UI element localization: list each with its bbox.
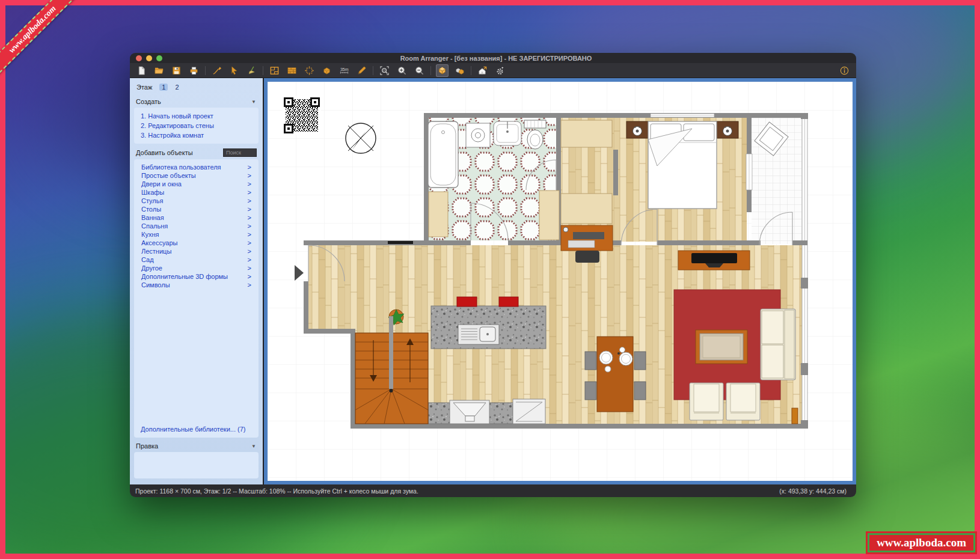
category-item[interactable]: Кухня > (139, 230, 254, 239)
create-step-link[interactable]: 3. Настройка комнат (139, 130, 254, 140)
export-model-icon[interactable] (476, 64, 489, 77)
clean-icon[interactable] (245, 64, 258, 77)
object-categories-panel: Библиотека пользователя > Простые объект… (134, 159, 259, 438)
select-icon[interactable] (228, 64, 240, 77)
chevron-right-icon: > (248, 281, 251, 289)
category-label: Двери и окна (141, 180, 182, 188)
zoom-selection-icon[interactable] (378, 64, 391, 77)
category-item[interactable]: Ванная > (139, 213, 254, 222)
paint-icon[interactable] (210, 64, 223, 77)
edit-section-title: Правка (136, 442, 158, 450)
floor-plan (268, 82, 853, 481)
status-cursor-coordinates: (x: 493,38 y: 444,23 см) (779, 487, 847, 495)
category-item[interactable]: Сад > (139, 255, 254, 264)
toolbar-separator (263, 66, 263, 75)
radiator[interactable] (792, 408, 798, 424)
dining-table[interactable] (597, 337, 633, 412)
bathroom-sink[interactable] (494, 121, 521, 145)
measure-icon[interactable]: 35m (338, 64, 351, 77)
category-item[interactable]: Столы > (139, 205, 254, 213)
fridge[interactable] (513, 399, 545, 424)
kitchen-counter[interactable] (428, 400, 513, 424)
floor-tab-2[interactable]: 2 (173, 84, 181, 91)
category-item[interactable]: Двери и окна > (139, 180, 254, 188)
walls-icon[interactable] (286, 64, 298, 77)
category-item[interactable]: Спальня > (139, 222, 254, 230)
zoom-button[interactable] (156, 55, 162, 61)
new-project-icon[interactable] (135, 64, 148, 77)
compass-object[interactable] (346, 123, 376, 153)
category-label: Другое (141, 264, 162, 272)
create-panel: 1. Начать новый проект2. Редактировать с… (134, 108, 259, 144)
create-section-title: Создать (136, 98, 161, 105)
floor-plan-icon[interactable] (268, 64, 281, 77)
draw-icon[interactable] (355, 64, 368, 77)
category-label: Стулья (141, 197, 163, 204)
open-icon[interactable] (153, 64, 165, 77)
move-object-icon[interactable] (303, 64, 316, 77)
category-label: Столы (141, 206, 161, 213)
nightstand-right[interactable] (717, 121, 738, 138)
edit-section-header[interactable]: Правка ▼ (134, 440, 259, 452)
category-label: Простые объекты (141, 172, 196, 179)
chevron-down-icon[interactable]: ▼ (251, 99, 256, 105)
add-objects-title: Добавить объекты (136, 149, 193, 156)
category-item[interactable]: Дополнительные 3D формы > (139, 272, 254, 281)
quick-settings-icon[interactable] (494, 64, 506, 77)
rotate-object-icon[interactable] (320, 64, 333, 77)
category-label: Сад (141, 256, 154, 263)
create-step-link[interactable]: 1. Начать новый проект (139, 111, 254, 121)
info-icon[interactable] (838, 64, 851, 77)
chevron-right-icon: > (248, 163, 251, 171)
floor-tab-1[interactable]: 1 (159, 84, 168, 91)
category-label: Лестницы (141, 248, 171, 255)
category-label: Ванная (141, 214, 164, 221)
drawing-canvas[interactable] (268, 82, 853, 481)
minimize-button[interactable] (146, 55, 152, 61)
bathtub[interactable] (428, 121, 458, 188)
washing-machine[interactable] (466, 123, 490, 147)
category-item[interactable]: Аксессуары > (139, 239, 254, 247)
more-libraries-link[interactable]: Дополнительные библиотеки... (7) (139, 423, 254, 434)
nightstand-left[interactable] (626, 121, 648, 138)
toolbar-separator (373, 66, 373, 75)
sofa[interactable] (761, 309, 795, 380)
copy-3d-icon[interactable] (453, 64, 466, 77)
save-icon[interactable] (170, 64, 183, 77)
traffic-lights (130, 55, 162, 61)
zoom-in-icon[interactable] (396, 64, 408, 77)
tv-stand[interactable] (678, 251, 750, 270)
category-item[interactable]: Простые объекты > (139, 171, 254, 180)
category-label: Аксессуары (141, 239, 177, 246)
kitchen-island[interactable] (431, 306, 546, 349)
category-item[interactable]: Другое > (139, 264, 254, 272)
chevron-down-icon[interactable]: ▼ (251, 444, 256, 449)
view-3d-icon[interactable] (436, 64, 449, 77)
canvas-area (264, 78, 856, 484)
double-bed[interactable] (648, 121, 717, 209)
coffee-table[interactable] (696, 330, 747, 364)
chevron-right-icon: > (248, 180, 251, 188)
category-item[interactable]: Шкафы > (139, 188, 254, 197)
close-button[interactable] (136, 55, 142, 61)
titlebar[interactable]: Room Arranger - [без названия] - НЕ ЗАРЕ… (130, 53, 856, 63)
create-section-header[interactable]: Создать ▼ (134, 96, 259, 108)
category-item[interactable]: Стулья > (139, 197, 254, 205)
create-step-link[interactable]: 2. Редактировать стены (139, 121, 254, 130)
chevron-right-icon: > (248, 273, 251, 280)
category-label: Библиотека пользователя (141, 163, 221, 171)
qr-code-object[interactable] (283, 96, 321, 135)
category-item[interactable]: Библиотека пользователя > (139, 163, 254, 171)
print-icon[interactable] (188, 64, 200, 77)
object-search-input[interactable] (223, 148, 257, 157)
add-objects-header: Добавить объекты (134, 146, 259, 159)
object-categories: Библиотека пользователя > Простые объект… (139, 163, 254, 289)
toolbar-separator (471, 66, 471, 75)
category-item[interactable]: Символы > (139, 281, 254, 289)
chevron-right-icon: > (248, 256, 251, 263)
chevron-right-icon: > (248, 206, 251, 213)
window-wall[interactable] (801, 113, 808, 429)
chevron-right-icon: > (248, 239, 251, 246)
category-item[interactable]: Лестницы > (139, 247, 254, 255)
zoom-out-icon[interactable] (413, 64, 426, 77)
